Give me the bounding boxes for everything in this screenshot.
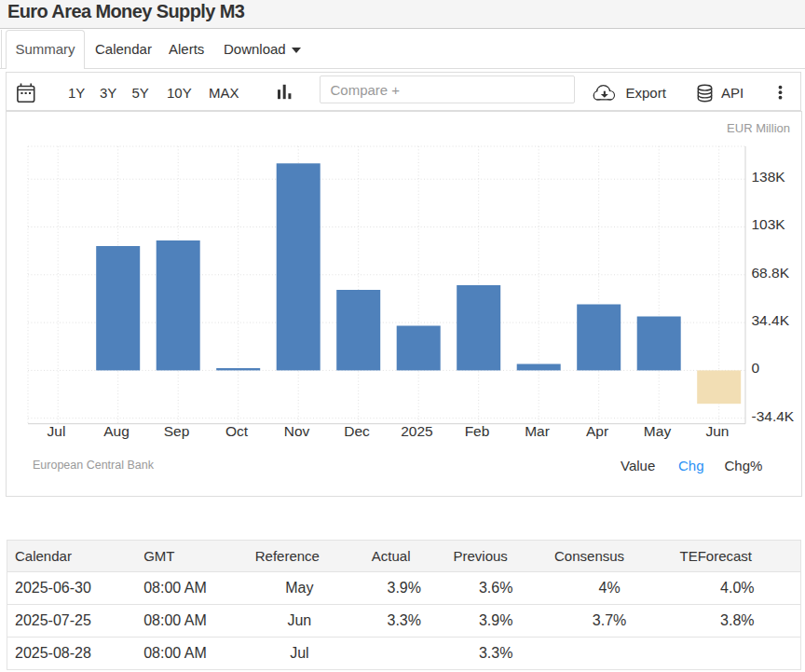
svg-text:34.4K: 34.4K [752,312,790,328]
svg-text:Feb: Feb [465,423,490,439]
svg-text:Jun: Jun [706,423,730,439]
svg-text:Oct: Oct [225,423,249,439]
svg-text:2025: 2025 [401,423,432,439]
svg-text:Jul: Jul [48,423,66,439]
svg-text:Dec: Dec [344,423,370,439]
svg-text:Apr: Apr [586,423,608,439]
svg-text:Sep: Sep [164,423,190,439]
svg-text:May: May [644,423,672,439]
svg-text:Aug: Aug [103,423,130,439]
svg-text:68.8K: 68.8K [752,265,790,281]
svg-text:0: 0 [752,360,760,376]
svg-text:Nov: Nov [284,423,310,439]
svg-text:-34.4K: -34.4K [752,408,795,424]
svg-text:138K: 138K [752,169,786,185]
svg-text:103K: 103K [752,216,786,232]
svg-text:Mar: Mar [525,423,550,439]
